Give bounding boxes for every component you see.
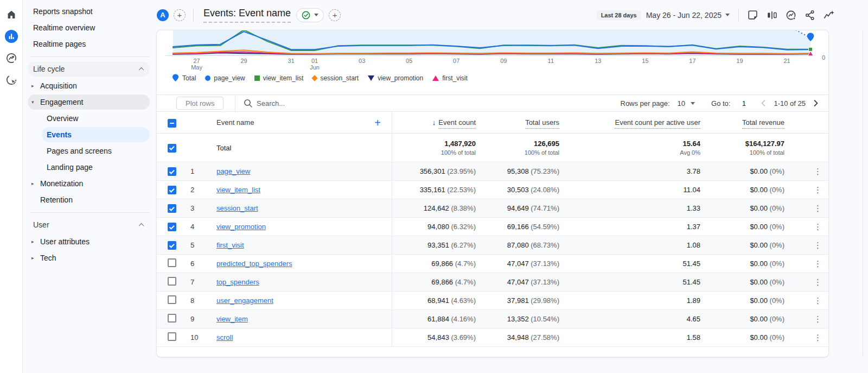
chevron-down-icon[interactable] bbox=[725, 14, 730, 16]
report-title-group: A + Events: Event name + bbox=[156, 0, 341, 30]
sidebar-item-landing-page[interactable]: Landing page bbox=[42, 159, 150, 175]
total-revenue-cell-percent: (0%) bbox=[768, 167, 784, 175]
row-menu-kebab-icon[interactable]: ⋮ bbox=[814, 296, 829, 306]
rows-per-page-select[interactable]: 10 bbox=[678, 99, 695, 108]
select-all-checkbox[interactable] bbox=[168, 119, 176, 128]
per-active-user-cell: 51.45 bbox=[682, 260, 700, 268]
auto-insights-icon[interactable] bbox=[822, 9, 835, 22]
event-name-link[interactable]: predicted_top_spenders bbox=[216, 260, 292, 268]
notes-icon[interactable] bbox=[746, 9, 760, 22]
row-menu-kebab-icon[interactable]: ⋮ bbox=[814, 204, 829, 213]
sidebar-item-realtime-overview[interactable]: Realtime overview bbox=[23, 20, 158, 36]
search-input[interactable] bbox=[257, 99, 376, 108]
total-row-checkbox[interactable] bbox=[168, 144, 176, 153]
sidebar-item-events[interactable]: Events bbox=[42, 127, 150, 142]
share-icon[interactable] bbox=[803, 9, 816, 22]
x-axis-tick: 05 bbox=[406, 58, 412, 64]
comparison-avatar[interactable]: A bbox=[157, 9, 169, 21]
column-header-total-users[interactable]: Total users bbox=[525, 118, 559, 129]
total-users-cell-percent: (24.08%) bbox=[529, 186, 559, 194]
total-revenue-cell-percent: (0%) bbox=[768, 315, 784, 323]
event-name-link[interactable]: view_promotion bbox=[216, 223, 266, 231]
per-active-user-cell-value: 51.45 bbox=[682, 260, 700, 268]
row-checkbox[interactable] bbox=[168, 167, 176, 176]
table-row: 8user_engagement68,941 (4.63%)37,981 (29… bbox=[157, 292, 829, 310]
event-name-link[interactable]: view_item bbox=[216, 315, 248, 323]
sidebar-item-reports-snapshot[interactable]: Reports snapshot bbox=[23, 3, 158, 20]
event-count-cell-percent: (6.32%) bbox=[449, 223, 476, 231]
add-report-button[interactable]: + bbox=[329, 9, 341, 21]
home-icon[interactable] bbox=[4, 8, 18, 22]
advertising-icon[interactable] bbox=[4, 73, 18, 87]
x-axis-tick: 09 bbox=[500, 58, 507, 64]
row-menu-kebab-icon[interactable]: ⋮ bbox=[814, 277, 829, 287]
column-header-per-active-user[interactable]: Event count per active user bbox=[615, 118, 700, 129]
column-header-event-name[interactable]: Event name bbox=[216, 118, 254, 127]
row-menu-kebab-icon[interactable]: ⋮ bbox=[814, 333, 829, 343]
date-range-selector[interactable]: May 26 - Jun 22, 2025 bbox=[646, 11, 722, 20]
sidebar-section-life-cycle[interactable]: Life cycle bbox=[28, 61, 150, 77]
row-number: 7 bbox=[183, 278, 202, 286]
event-name-cell: page_view bbox=[202, 162, 392, 180]
event-name-link[interactable]: top_spenders bbox=[216, 278, 259, 286]
sidebar-section-user[interactable]: User bbox=[28, 217, 150, 232]
add-dimension-icon[interactable]: + bbox=[374, 117, 392, 128]
pagination-controls: Rows per page: 10 Go to: 1-10 of 25 bbox=[621, 98, 829, 109]
row-menu-kebab-icon[interactable]: ⋮ bbox=[814, 167, 829, 176]
report-status-pill[interactable] bbox=[296, 8, 324, 22]
row-checkbox[interactable] bbox=[168, 186, 176, 194]
sidebar-item-acquisition[interactable]: ▸Acquisition bbox=[28, 78, 150, 94]
event-name-link[interactable]: scroll bbox=[216, 333, 233, 342]
explore-icon[interactable] bbox=[4, 51, 18, 65]
add-comparison-button[interactable]: + bbox=[174, 9, 186, 21]
event-name-link[interactable]: session_start bbox=[216, 204, 258, 212]
scrollbar[interactable] bbox=[863, 30, 863, 356]
row-checkbox[interactable] bbox=[168, 314, 176, 323]
event-name-link[interactable]: view_item_list bbox=[216, 186, 260, 194]
row-checkbox[interactable] bbox=[168, 295, 176, 304]
row-menu-kebab-icon[interactable]: ⋮ bbox=[814, 222, 829, 232]
event-name-link[interactable]: page_view bbox=[216, 167, 250, 175]
row-checkbox[interactable] bbox=[168, 277, 176, 286]
row-checkbox[interactable] bbox=[168, 223, 176, 231]
row-checkbox[interactable] bbox=[168, 258, 176, 267]
sidebar-item-realtime-pages[interactable]: Realtime pages bbox=[23, 36, 158, 52]
view-item-list-end-marker bbox=[809, 47, 813, 51]
row-checkbox[interactable] bbox=[168, 332, 176, 341]
row-checkbox[interactable] bbox=[168, 241, 176, 250]
plot-rows-cell: Plot rows bbox=[157, 95, 235, 111]
row-menu-kebab-icon[interactable]: ⋮ bbox=[814, 185, 829, 195]
event-name-link[interactable]: user_engagement bbox=[216, 296, 273, 305]
row-checkbox[interactable] bbox=[168, 204, 176, 213]
goto-page-input[interactable] bbox=[737, 99, 751, 108]
sidebar-item-label: Acquisition bbox=[40, 81, 77, 90]
sidebar-item-tech[interactable]: ▸Tech bbox=[28, 250, 150, 266]
per-active-user-cell: 1.33 bbox=[687, 204, 700, 212]
event-count-cell-value: 94,080 bbox=[427, 223, 449, 231]
column-header-total-revenue[interactable]: Total revenue bbox=[742, 118, 784, 129]
row-number: 1 bbox=[183, 167, 202, 175]
sidebar-item-engagement[interactable]: ▾Engagement bbox=[28, 94, 150, 110]
chevron-up-icon bbox=[139, 223, 144, 228]
next-page-icon[interactable] bbox=[810, 98, 821, 109]
reports-icon[interactable] bbox=[4, 29, 18, 43]
sidebar-item-retention[interactable]: Retention bbox=[28, 192, 150, 208]
sidebar-item-pages-and-screens[interactable]: Pages and screens bbox=[42, 143, 150, 159]
sidebar-item-user-attributes[interactable]: ▸User attributes bbox=[28, 233, 150, 250]
table-row: 10scroll54,843 (3.69%)34,948 (27.58%)1.5… bbox=[157, 328, 829, 347]
event-count-cell-percent: (3.69%) bbox=[449, 333, 476, 342]
row-menu-kebab-icon[interactable]: ⋮ bbox=[814, 259, 829, 269]
event-name-link[interactable]: first_visit bbox=[216, 241, 244, 249]
column-header-event-count[interactable]: Event count bbox=[438, 118, 476, 129]
plot-rows-button[interactable]: Plot rows bbox=[176, 97, 224, 110]
row-menu-kebab-icon[interactable]: ⋮ bbox=[814, 314, 829, 324]
insights-icon[interactable] bbox=[784, 9, 797, 22]
comparison-icon[interactable] bbox=[765, 9, 778, 22]
sidebar-item-overview[interactable]: Overview bbox=[42, 110, 150, 127]
sidebar-item-monetization[interactable]: ▸Monetization bbox=[28, 175, 150, 192]
report-title[interactable]: Events: Event name bbox=[203, 8, 291, 23]
previous-page-icon[interactable] bbox=[758, 98, 769, 109]
row-menu-kebab-icon[interactable]: ⋮ bbox=[814, 241, 829, 250]
total-revenue-cell-percent: (0%) bbox=[768, 260, 784, 268]
table-row: 9view_item61,884 (4.16%)13,352 (10.54%)4… bbox=[157, 310, 829, 328]
